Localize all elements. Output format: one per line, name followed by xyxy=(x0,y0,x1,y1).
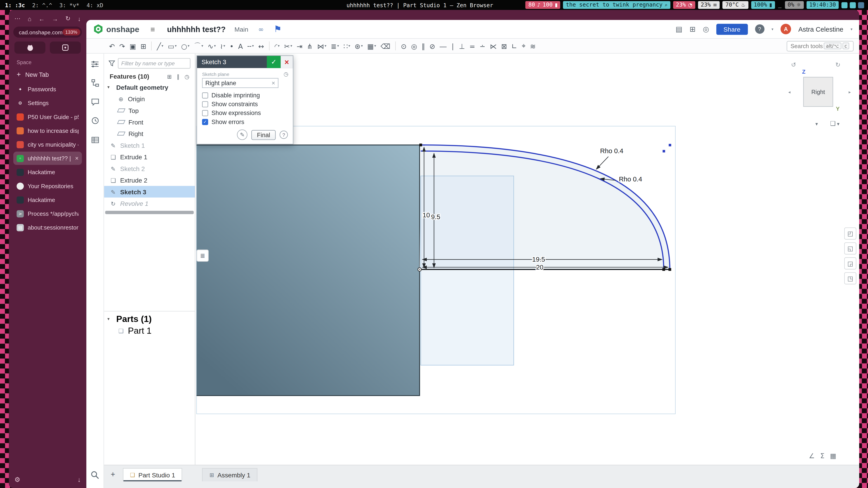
help-icon[interactable]: ? xyxy=(755,24,764,34)
part-cross-section[interactable] xyxy=(196,145,420,396)
workspace-4[interactable]: 4: xD xyxy=(87,2,103,8)
cancel-button[interactable]: × xyxy=(281,56,293,68)
settings-gear-icon[interactable]: ⚙ xyxy=(14,476,20,484)
measure-icon[interactable]: ∠ xyxy=(809,452,815,460)
clear-icon[interactable]: × xyxy=(272,80,275,86)
back-icon[interactable]: ← xyxy=(39,15,45,22)
checkbox-show-errors[interactable]: ✓Show errors xyxy=(202,119,288,125)
part-row[interactable]: ❑ Part 1 xyxy=(104,325,195,336)
tray-icon-2[interactable] xyxy=(850,2,856,8)
dimension-label[interactable]: Rho 0.4 xyxy=(619,175,642,183)
coincident-tool-button[interactable]: ⊙ xyxy=(399,40,408,52)
feature-right[interactable]: Right xyxy=(104,128,195,139)
rectangle-tool-button[interactable]: ▭▾ xyxy=(166,40,178,52)
sidebar-tab-pycharm-process[interactable]: >Process */app/pycharm/jb xyxy=(13,207,82,220)
resources-icon[interactable]: ◎ xyxy=(703,25,709,33)
mass-properties-icon[interactable]: Σ xyxy=(820,452,825,460)
panel-toggle-button[interactable]: ≣ xyxy=(196,250,209,262)
view-cube-face[interactable]: Right xyxy=(803,77,833,107)
conic-tool-button[interactable]: ≀▾ xyxy=(219,40,227,52)
home-icon[interactable]: ⌂ xyxy=(28,15,31,22)
configurations-icon[interactable] xyxy=(91,60,99,70)
vertical-tool-button[interactable]: ∣ xyxy=(450,40,456,52)
isolate-icon[interactable]: ◱ xyxy=(844,242,857,255)
new-folder-icon[interactable]: ⊞ xyxy=(167,73,172,79)
sidebar-tab-your-repositories[interactable]: Your Repositories xyxy=(13,179,82,193)
sketch-canvas[interactable]: 10 9.5 19.5 xyxy=(195,54,859,465)
confirm-button[interactable]: ✓ xyxy=(267,56,281,68)
document-title[interactable]: uhhhhhh test?? xyxy=(167,25,225,33)
new-tab-plus-button[interactable]: + xyxy=(107,468,119,480)
feature-sketch-2[interactable]: ✎Sketch 2 xyxy=(104,163,195,174)
construction-tool-button[interactable]: ╌▾ xyxy=(246,40,256,52)
erase-tool-button[interactable]: ⌫ xyxy=(379,40,392,52)
sidebar-tab-onshape-doc[interactable]: ◦uhhhhhh test?? | Part× xyxy=(13,152,82,165)
checkbox-box[interactable] xyxy=(202,110,208,116)
avatar[interactable]: A xyxy=(780,24,791,34)
undo-tool-button[interactable]: ↶ xyxy=(107,40,116,52)
downloads-icon[interactable]: ↓ xyxy=(78,15,81,22)
close-tab-icon[interactable]: × xyxy=(75,155,79,162)
checkbox-show-expressions[interactable]: Show expressions xyxy=(202,109,288,116)
url-bar[interactable]: cad.onshape.com 133% xyxy=(13,27,82,38)
feature-sketch-1[interactable]: ✎Sketch 1 xyxy=(104,139,195,151)
import-tool-button[interactable]: ⊞ xyxy=(139,40,148,52)
rotate-ccw-icon[interactable]: ↺ xyxy=(791,61,796,69)
tab-part-studio-1[interactable]: ❑ Part Studio 1 xyxy=(123,468,182,482)
normal-tool-button[interactable]: ∟ xyxy=(510,40,519,52)
feature-extrude-2[interactable]: ❑Extrude 2 xyxy=(104,174,195,186)
extend-tool-button[interactable]: ⇥ xyxy=(295,40,304,52)
new-tab-button[interactable]: + New Tab xyxy=(13,69,82,80)
sidebar-tab-passwords[interactable]: ✦Passwords xyxy=(13,83,82,96)
download-icon[interactable]: ↓ xyxy=(78,476,81,484)
feature-origin[interactable]: ⊕Origin xyxy=(104,93,195,104)
vault-container-button[interactable] xyxy=(50,41,81,54)
journal-icon[interactable]: ▤ xyxy=(676,25,682,33)
zoom-badge[interactable]: 133% xyxy=(63,29,80,35)
concentric-tool-button[interactable]: ◎ xyxy=(409,40,418,52)
tangent-tool-button[interactable]: ⊘ xyxy=(428,40,437,52)
fillet-tool-button[interactable]: ◜▾ xyxy=(273,40,281,52)
line-tool-button[interactable]: ╱▾ xyxy=(155,40,165,52)
feature-front[interactable]: Front xyxy=(104,116,195,128)
rollback-bar[interactable] xyxy=(105,211,194,214)
sidebar-tab-display-brightness[interactable]: how to increase display b xyxy=(13,124,82,137)
symmetric-tool-button[interactable]: ⋉ xyxy=(488,40,498,52)
display-states-icon[interactable]: ◲ xyxy=(844,257,857,269)
view-caret-icon[interactable]: ▾ xyxy=(815,121,818,126)
share-button[interactable]: Share xyxy=(716,24,748,35)
dialog-header[interactable]: Sketch 3 ✓ × xyxy=(197,56,293,68)
rotate-cw-icon[interactable]: ↻ xyxy=(835,61,841,69)
dialog-help-icon[interactable]: ? xyxy=(280,131,288,139)
user-caret-icon[interactable]: ▾ xyxy=(850,27,852,31)
sidebar-tab-hackatime-2[interactable]: Hackatime xyxy=(13,193,82,206)
flag-icon[interactable]: ⚑ xyxy=(274,24,282,34)
text-tool-button[interactable]: A xyxy=(237,40,245,52)
sketch-view-button[interactable]: ✎ xyxy=(237,129,248,140)
menu-icon[interactable]: ⋯ xyxy=(14,15,21,22)
feature-state-clock-icon[interactable]: ◷ xyxy=(284,71,288,77)
feature-filter-input[interactable] xyxy=(118,58,191,69)
parts-section-header[interactable]: ▾ Parts (1) xyxy=(104,313,195,325)
branch-label[interactable]: Main xyxy=(235,26,248,32)
fix-tool-button[interactable]: ⊠ xyxy=(500,40,508,52)
pierce-tool-button[interactable]: ⌖ xyxy=(520,40,527,52)
feature-revolve-1[interactable]: ↻Revolve 1 xyxy=(104,197,195,209)
spline-tool-button[interactable]: ∿▾ xyxy=(206,40,217,52)
onshape-logo[interactable]: onshape xyxy=(93,24,139,34)
redo-tool-button[interactable]: ↷ xyxy=(118,40,127,52)
checkbox-show-constraints[interactable]: Show constraints xyxy=(202,101,288,107)
control-point-inner[interactable] xyxy=(662,150,665,153)
grid-icon[interactable]: ▦ xyxy=(830,452,836,460)
github-container-button[interactable] xyxy=(14,41,45,54)
control-point-outer[interactable] xyxy=(669,144,671,147)
section-view-icon[interactable]: ◰ xyxy=(844,228,857,240)
split-tool-button[interactable]: ⋔ xyxy=(305,40,314,52)
workspace-3[interactable]: 3: *v* xyxy=(59,2,79,8)
sidebar-tab-hackatime-1[interactable]: Hackatime xyxy=(13,165,82,179)
view-cube[interactable]: ↺ ↻ Z Right Y ◂ ▸ xyxy=(781,60,854,118)
workspace-1[interactable]: 1: :3c xyxy=(5,2,25,8)
final-button[interactable]: Final xyxy=(251,130,276,140)
feature-sketch-3[interactable]: ✎Sketch 3 xyxy=(104,186,195,197)
selection-region[interactable] xyxy=(421,176,514,365)
